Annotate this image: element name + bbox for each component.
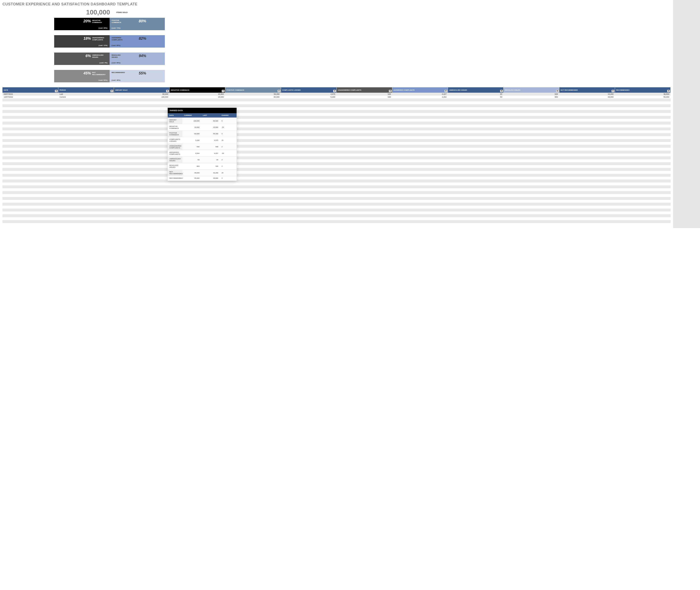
cell-empty[interactable] — [114, 113, 169, 116]
cell-empty[interactable] — [392, 148, 448, 151]
cell-empty[interactable] — [503, 98, 559, 101]
column-header[interactable]: UNANSWERED COMPLAINTS — [336, 87, 392, 93]
cell-empty[interactable] — [114, 159, 169, 162]
cell-value[interactable]: 20,800 — [169, 93, 225, 96]
cell-empty[interactable] — [336, 130, 392, 133]
cell-empty[interactable] — [58, 183, 114, 185]
cell-empty[interactable] — [503, 174, 559, 177]
cell-empty[interactable] — [392, 98, 448, 101]
table-row-empty[interactable] — [2, 101, 671, 104]
cell-empty[interactable] — [225, 217, 281, 220]
cell-empty[interactable] — [615, 136, 671, 139]
cell-empty[interactable] — [336, 104, 392, 107]
cell-empty[interactable] — [559, 122, 615, 124]
cell-empty[interactable] — [58, 185, 114, 188]
cell-empty[interactable] — [615, 98, 671, 101]
cell-empty[interactable] — [281, 101, 336, 104]
cell-empty[interactable] — [392, 220, 448, 223]
cell-empty[interactable] — [559, 110, 615, 113]
cell-empty[interactable] — [392, 174, 448, 177]
cell-empty[interactable] — [169, 197, 225, 200]
cell-empty[interactable] — [2, 127, 58, 130]
cell-empty[interactable] — [336, 136, 392, 139]
cell-empty[interactable] — [336, 162, 392, 165]
cell-empty[interactable] — [114, 180, 169, 183]
cell-empty[interactable] — [448, 183, 503, 185]
cell-empty[interactable] — [281, 206, 336, 208]
cell-empty[interactable] — [2, 188, 58, 191]
filter-dropdown-icon[interactable] — [667, 90, 670, 92]
cell-empty[interactable] — [559, 124, 615, 127]
cell-empty[interactable] — [392, 130, 448, 133]
cell-empty[interactable] — [448, 177, 503, 180]
cell-empty[interactable] — [392, 142, 448, 145]
cell-empty[interactable] — [559, 200, 615, 203]
cell-empty[interactable] — [559, 101, 615, 104]
cell-empty[interactable] — [114, 145, 169, 148]
cell-empty[interactable] — [448, 203, 503, 206]
cell-empty[interactable] — [281, 139, 336, 142]
cell-empty[interactable] — [448, 159, 503, 162]
cell-empty[interactable] — [615, 185, 671, 188]
cell-empty[interactable] — [114, 142, 169, 145]
table-row-empty[interactable] — [2, 116, 671, 119]
cell-empty[interactable] — [114, 98, 169, 101]
cell-empty[interactable] — [503, 177, 559, 180]
cell-empty[interactable] — [114, 174, 169, 177]
cell-empty[interactable] — [448, 110, 503, 113]
cell-empty[interactable] — [615, 188, 671, 191]
cell-empty[interactable] — [503, 104, 559, 107]
cell-empty[interactable] — [448, 151, 503, 154]
cell-empty[interactable] — [2, 124, 58, 127]
table-row-empty[interactable] — [2, 110, 671, 113]
cell-empty[interactable] — [58, 130, 114, 133]
cell-empty[interactable] — [503, 165, 559, 168]
column-header[interactable]: RECOMMENDED — [615, 87, 671, 93]
cell-empty[interactable] — [448, 122, 503, 124]
cell-empty[interactable] — [2, 171, 58, 174]
cell-empty[interactable] — [503, 191, 559, 194]
cell-empty[interactable] — [2, 208, 58, 211]
cell-empty[interactable] — [114, 119, 169, 122]
cell-empty[interactable] — [448, 154, 503, 157]
table-row-empty[interactable] — [2, 208, 671, 211]
cell-empty[interactable] — [392, 113, 448, 116]
table-row-empty[interactable] — [2, 177, 671, 180]
cell-empty[interactable] — [114, 191, 169, 194]
cell-empty[interactable] — [58, 119, 114, 122]
cell-value[interactable]: 548 — [336, 93, 392, 96]
cell-empty[interactable] — [2, 223, 58, 226]
cell-date[interactable]: 08/07/2021 — [2, 93, 58, 96]
cell-empty[interactable] — [281, 197, 336, 200]
cell-empty[interactable] — [392, 104, 448, 107]
cell-empty[interactable] — [225, 214, 281, 217]
cell-empty[interactable] — [225, 211, 281, 214]
cell-empty[interactable] — [615, 145, 671, 148]
cell-empty[interactable] — [225, 200, 281, 203]
cell-empty[interactable] — [559, 180, 615, 183]
cell-empty[interactable] — [615, 180, 671, 183]
cell-empty[interactable] — [169, 98, 225, 101]
cell-empty[interactable] — [392, 116, 448, 119]
cell-empty[interactable] — [281, 110, 336, 113]
cell-empty[interactable] — [336, 157, 392, 159]
cell-empty[interactable] — [559, 162, 615, 165]
table-row-empty[interactable] — [2, 223, 671, 226]
cell-empty[interactable] — [2, 174, 58, 177]
cell-empty[interactable] — [281, 194, 336, 197]
cell-value[interactable]: 20,000 — [169, 96, 225, 98]
cell-value[interactable]: 4,427 — [392, 93, 448, 96]
cell-empty[interactable] — [615, 206, 671, 208]
column-header[interactable]: AMOUNT SOLD — [114, 87, 169, 93]
cell-empty[interactable] — [503, 162, 559, 165]
cell-empty[interactable] — [615, 162, 671, 165]
cell-empty[interactable] — [281, 157, 336, 159]
cell-empty[interactable] — [114, 127, 169, 130]
cell-empty[interactable] — [615, 197, 671, 200]
cell-empty[interactable] — [392, 203, 448, 206]
cell-value[interactable]: 45,000 — [559, 96, 615, 98]
cell-empty[interactable] — [2, 154, 58, 157]
cell-empty[interactable] — [281, 151, 336, 154]
cell-empty[interactable] — [615, 217, 671, 220]
cell-empty[interactable] — [392, 154, 448, 157]
